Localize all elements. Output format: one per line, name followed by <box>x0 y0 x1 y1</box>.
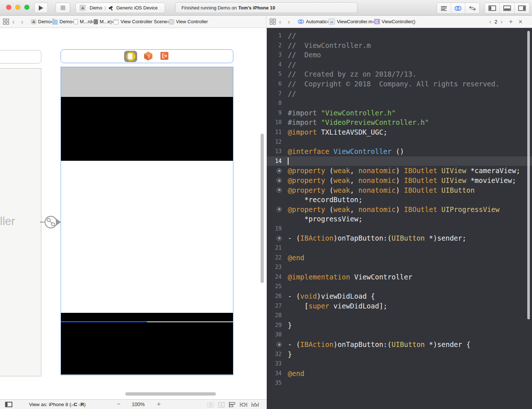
connection-well[interactable] <box>277 178 282 183</box>
code-line[interactable]: 26- (void)viewDidLoad { <box>267 291 532 301</box>
crumb-project[interactable]: Demo <box>31 19 51 24</box>
code-line[interactable]: 30 <box>267 330 532 340</box>
view-controller-dock-icon[interactable] <box>124 51 137 62</box>
view-controller-canvas[interactable]: Shoot <box>61 67 233 375</box>
connection-well[interactable] <box>277 342 282 347</box>
connection-well[interactable] <box>277 188 282 193</box>
code-line[interactable]: 28 <box>267 311 532 320</box>
code-line[interactable]: 14 <box>267 156 532 166</box>
code-line[interactable]: @property (weak, nonatomic) IBOutlet UIV… <box>267 166 532 176</box>
canvas-horizontal-scrollbar[interactable] <box>125 392 216 396</box>
code-line[interactable]: 10#import "VideoPreviewController.h" <box>267 118 532 127</box>
code-line[interactable]: 29} <box>267 320 532 330</box>
window-close-button[interactable] <box>6 5 11 10</box>
code-line[interactable]: @property (weak, nonatomic) IBOutlet UIB… <box>267 185 532 195</box>
resolve-auto-layout-icon[interactable] <box>251 401 259 408</box>
preview-black-region[interactable] <box>61 97 233 161</box>
record-button-region[interactable]: Shoot <box>61 322 233 375</box>
code-line[interactable]: 21 <box>267 243 532 253</box>
stop-button[interactable] <box>56 3 70 13</box>
toggle-navigator-button[interactable] <box>485 3 500 13</box>
connection-well[interactable] <box>277 168 282 173</box>
code-line[interactable]: 19 <box>267 224 532 234</box>
partial-scene-dock[interactable] <box>0 50 41 64</box>
assistant-prev-button[interactable]: ‹ <box>489 18 491 25</box>
code-line[interactable]: 33 <box>267 359 532 369</box>
crumb-assistant-mode[interactable]: Automatic <box>298 19 327 24</box>
connection-well[interactable] <box>277 236 282 241</box>
code-line[interactable]: 25 <box>267 282 532 291</box>
content-white-region[interactable] <box>61 161 233 313</box>
related-items-icon[interactable] <box>270 19 276 25</box>
code-line[interactable]: @property (weak, nonatomic) IBOutlet UIP… <box>267 205 532 214</box>
code-line[interactable]: 34@end <box>267 369 532 379</box>
toggle-inspectors-button[interactable] <box>515 3 529 13</box>
code-line[interactable]: 3// Demo <box>267 50 532 60</box>
code-line[interactable]: 8 <box>267 98 532 108</box>
code-line[interactable]: 7// <box>267 89 532 99</box>
code-line[interactable]: 6// Copyright © 2018 Company. All rights… <box>267 79 532 89</box>
code-line[interactable]: 32} <box>267 349 532 359</box>
code-line[interactable]: 1// <box>267 31 532 41</box>
code-line[interactable]: 11@import TXLiteAVSDK_UGC; <box>267 127 532 137</box>
close-assistant-editor-button[interactable]: ✕ <box>518 19 523 25</box>
code-line[interactable]: - (IBAction)onTapButton:(UIButton *)send… <box>267 340 532 349</box>
assistant-editor-button[interactable] <box>451 3 465 13</box>
window-zoom-button[interactable] <box>24 5 29 10</box>
exit-icon[interactable] <box>160 52 168 60</box>
crumb-scene[interactable]: View Controller Scene <box>113 19 167 24</box>
forward-button[interactable]: › <box>285 19 293 25</box>
code-line[interactable]: 35 <box>267 378 532 388</box>
code-line[interactable]: 22@end <box>267 253 532 263</box>
code-line[interactable]: 5// Created by zz on 2018/7/13. <box>267 69 532 79</box>
code-line[interactable]: 12 <box>267 137 532 147</box>
storyboard-entry-arrow-icon[interactable] <box>40 214 62 230</box>
camera-view-placeholder[interactable] <box>61 67 233 97</box>
editor-scrollbar[interactable] <box>527 31 530 319</box>
crumb-storyboard-base[interactable]: M...e) <box>94 19 112 24</box>
code-line[interactable]: @property (weak, nonatomic) IBOutlet UIV… <box>267 176 532 185</box>
forward-button[interactable]: › <box>18 19 26 25</box>
code-line[interactable]: 23 <box>267 262 532 272</box>
add-assistant-editor-button[interactable]: + <box>509 18 513 26</box>
toggle-debug-area-button[interactable] <box>500 3 515 13</box>
zoom-out-button[interactable]: − <box>117 401 120 408</box>
window-minimize-button[interactable] <box>15 5 20 10</box>
back-button[interactable]: ‹ <box>276 19 285 25</box>
run-button[interactable] <box>34 3 48 13</box>
version-editor-button[interactable] <box>465 3 479 13</box>
scheme-selector[interactable]: Demo ⟩ Generic iOS Device <box>75 3 165 13</box>
zoom-level[interactable]: 100% <box>132 401 145 407</box>
code-line[interactable]: *recordButton; <box>267 195 532 205</box>
progress-view-track[interactable] <box>147 321 233 322</box>
code-line[interactable]: - (IBAction)onTapButton:(UIButton *)send… <box>267 233 532 243</box>
related-items-icon[interactable] <box>3 19 9 25</box>
source-code-editor[interactable]: 1//2// ViewController.m3// Demo4//5// Cr… <box>267 28 532 409</box>
add-constraints-icon[interactable] <box>240 401 247 408</box>
crumb-storyboard-file[interactable]: M...rd <box>74 19 92 24</box>
crumb-symbol[interactable]: CViewController() <box>374 19 416 24</box>
canvas-vertical-scrollbar[interactable] <box>261 134 264 283</box>
crumb-group[interactable]: Demo <box>52 19 72 25</box>
zoom-in-button[interactable]: + <box>157 400 161 408</box>
code-line[interactable]: 2// ViewController.m <box>267 41 532 50</box>
standard-editor-button[interactable] <box>437 3 451 13</box>
line-number: 12 <box>267 137 282 147</box>
back-button[interactable]: ‹ <box>9 19 18 25</box>
crumb-counterpart-file[interactable]: mViewController.m <box>328 19 372 25</box>
code-line[interactable]: 13@interface ViewController () <box>267 147 532 156</box>
assistant-next-button[interactable]: › <box>500 18 503 25</box>
update-frames-icon[interactable] <box>207 401 214 408</box>
code-line[interactable]: 27 [super viewDidLoad]; <box>267 301 532 311</box>
view-as-label[interactable]: View as: iPhone 8 (wC hR) <box>29 402 86 407</box>
align-icon[interactable] <box>229 401 236 408</box>
code-line[interactable]: 24@implementation ViewController <box>267 272 532 282</box>
code-line[interactable]: 4// <box>267 60 532 70</box>
movie-view-strip[interactable] <box>61 313 233 321</box>
crumb-view-controller[interactable]: View Controller <box>169 19 208 24</box>
document-outline-toggle[interactable] <box>5 402 12 407</box>
connection-well[interactable] <box>277 207 282 212</box>
code-line[interactable]: *progressView; <box>267 214 532 224</box>
code-line[interactable]: 9#import "ViewController.h" <box>267 108 532 118</box>
embed-in-stack-icon[interactable] <box>218 401 225 408</box>
